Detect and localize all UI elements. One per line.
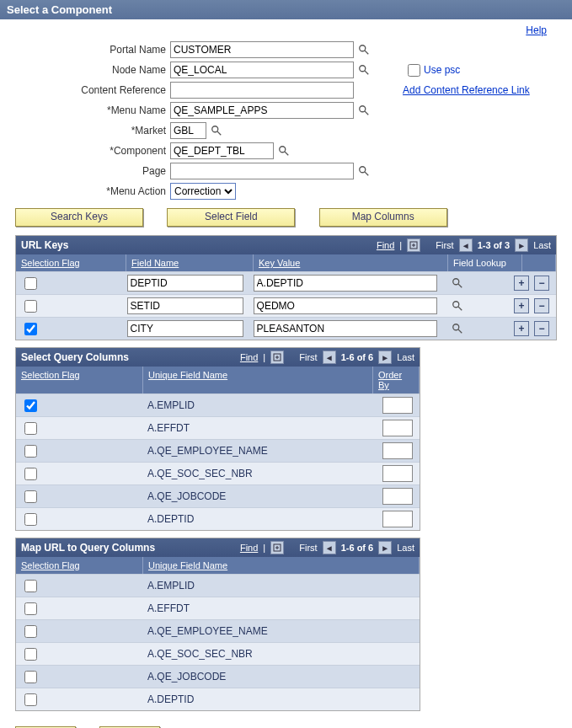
- menu-name-input[interactable]: [170, 102, 354, 119]
- row-checkbox[interactable]: [24, 399, 37, 412]
- order-by-input[interactable]: [382, 511, 413, 527]
- col-selection-flag[interactable]: Selection Flag: [16, 367, 143, 393]
- find-link[interactable]: Find: [377, 240, 394, 250]
- field-name-label: A.EMPLID: [142, 394, 377, 416]
- row-checkbox[interactable]: [24, 580, 37, 592]
- svg-line-20: [457, 329, 461, 333]
- order-by-input[interactable]: [382, 420, 413, 436]
- zoom-icon[interactable]: [270, 541, 284, 554]
- row-checkbox[interactable]: [24, 468, 37, 480]
- svg-line-1: [365, 51, 368, 54]
- col-unique-field-name[interactable]: Unique Field Name: [143, 557, 420, 574]
- row-checkbox[interactable]: [24, 323, 37, 335]
- table-row: A.EMPLID: [16, 393, 420, 416]
- field-name-input[interactable]: [127, 275, 243, 292]
- select-field-button[interactable]: Select Field: [167, 208, 295, 227]
- row-checkbox[interactable]: [24, 602, 37, 615]
- form-region: Portal Name Node Name Use psc Content Re…: [0, 40, 572, 201]
- add-content-ref-link[interactable]: Add Content Reference Link: [403, 84, 530, 96]
- delete-row-icon[interactable]: −: [534, 298, 549, 313]
- row-checkbox[interactable]: [24, 671, 37, 683]
- prev-icon[interactable]: ◄: [323, 351, 336, 364]
- menu-action-select[interactable]: Correction: [170, 183, 236, 200]
- svg-line-3: [365, 71, 368, 74]
- row-checkbox[interactable]: [24, 445, 37, 458]
- row-checkbox[interactable]: [24, 300, 37, 313]
- next-icon[interactable]: ►: [515, 238, 528, 252]
- content-ref-input[interactable]: [170, 82, 354, 99]
- field-name-label: A.QE_JOBCODE: [142, 666, 420, 688]
- find-link[interactable]: Find: [240, 352, 258, 362]
- node-name-input[interactable]: [170, 62, 354, 78]
- row-checkbox[interactable]: [24, 693, 37, 706]
- field-name-label: A.EMPLID: [142, 575, 420, 597]
- order-by-input[interactable]: [382, 397, 413, 414]
- key-value-input[interactable]: [254, 320, 437, 337]
- field-name-input[interactable]: [127, 320, 243, 337]
- add-row-icon[interactable]: +: [514, 298, 529, 313]
- zoom-icon[interactable]: [270, 351, 284, 364]
- lookup-icon[interactable]: [210, 124, 223, 137]
- field-name-label: A.EFFDT: [142, 417, 377, 439]
- order-by-input[interactable]: [382, 465, 413, 482]
- add-row-icon[interactable]: +: [514, 276, 529, 291]
- search-keys-button[interactable]: Search Keys: [15, 208, 143, 227]
- row-checkbox[interactable]: [24, 513, 37, 526]
- lookup-icon[interactable]: [357, 164, 371, 178]
- table-row: A.DEPTID: [16, 507, 420, 530]
- zoom-icon[interactable]: [407, 238, 420, 252]
- delete-row-icon[interactable]: −: [534, 276, 549, 291]
- col-selection-flag[interactable]: Selection Flag: [16, 254, 126, 271]
- help-link[interactable]: Help: [526, 24, 547, 36]
- component-input[interactable]: [170, 142, 274, 159]
- lookup-icon[interactable]: [277, 144, 291, 158]
- row-checkbox[interactable]: [24, 277, 37, 290]
- col-field-name[interactable]: Field Name: [126, 254, 254, 271]
- lookup-icon[interactable]: [451, 299, 464, 313]
- lookup-icon[interactable]: [357, 43, 371, 56]
- field-name-label: A.QE_JOBCODE: [142, 485, 377, 507]
- table-row: A.QE_EMPLOYEE_NAME: [16, 439, 420, 462]
- next-icon[interactable]: ►: [378, 541, 392, 554]
- prev-icon[interactable]: ◄: [323, 541, 336, 554]
- page-input[interactable]: [170, 163, 354, 179]
- lookup-icon[interactable]: [451, 276, 464, 290]
- row-checkbox[interactable]: [24, 648, 37, 661]
- lookup-icon[interactable]: [357, 104, 371, 117]
- field-name-label: A.EFFDT: [142, 597, 420, 619]
- table-row: +−: [16, 271, 556, 294]
- map-columns-button[interactable]: Map Columns: [319, 208, 447, 227]
- key-value-input[interactable]: [254, 275, 437, 292]
- use-psc-checkbox[interactable]: [408, 64, 420, 77]
- field-name-input[interactable]: [127, 297, 243, 314]
- find-link[interactable]: Find: [240, 543, 258, 553]
- svg-point-0: [360, 46, 366, 51]
- svg-line-7: [217, 131, 221, 135]
- svg-line-18: [457, 307, 461, 310]
- label-portal-name: Portal Name: [0, 44, 170, 56]
- table-row: A.DEPTID: [16, 688, 420, 710]
- market-input[interactable]: [170, 122, 206, 139]
- key-value-input[interactable]: [254, 297, 437, 314]
- panel-title: Map URL to Query Columns: [21, 542, 155, 554]
- portal-name-input[interactable]: [170, 41, 354, 58]
- table-row: A.EFFDT: [16, 416, 420, 439]
- lookup-icon[interactable]: [357, 63, 371, 77]
- row-checkbox[interactable]: [24, 422, 37, 435]
- order-by-input[interactable]: [382, 442, 413, 459]
- col-unique-field-name[interactable]: Unique Field Name: [143, 367, 373, 393]
- lookup-icon[interactable]: [451, 322, 464, 335]
- col-key-value[interactable]: Key Value: [254, 254, 448, 271]
- prev-icon[interactable]: ◄: [459, 238, 473, 252]
- select-query-columns-panel: Select Query Columns Find | First ◄ 1-6 …: [15, 347, 420, 531]
- col-order-by[interactable]: Order By: [373, 367, 420, 393]
- label-market: Market: [0, 125, 170, 136]
- next-icon[interactable]: ►: [378, 351, 392, 364]
- delete-row-icon[interactable]: −: [534, 321, 549, 336]
- order-by-input[interactable]: [382, 488, 413, 505]
- row-checkbox[interactable]: [24, 490, 37, 503]
- last-label: Last: [397, 543, 414, 553]
- row-checkbox[interactable]: [24, 625, 37, 638]
- col-selection-flag[interactable]: Selection Flag: [16, 557, 143, 574]
- add-row-icon[interactable]: +: [514, 321, 529, 336]
